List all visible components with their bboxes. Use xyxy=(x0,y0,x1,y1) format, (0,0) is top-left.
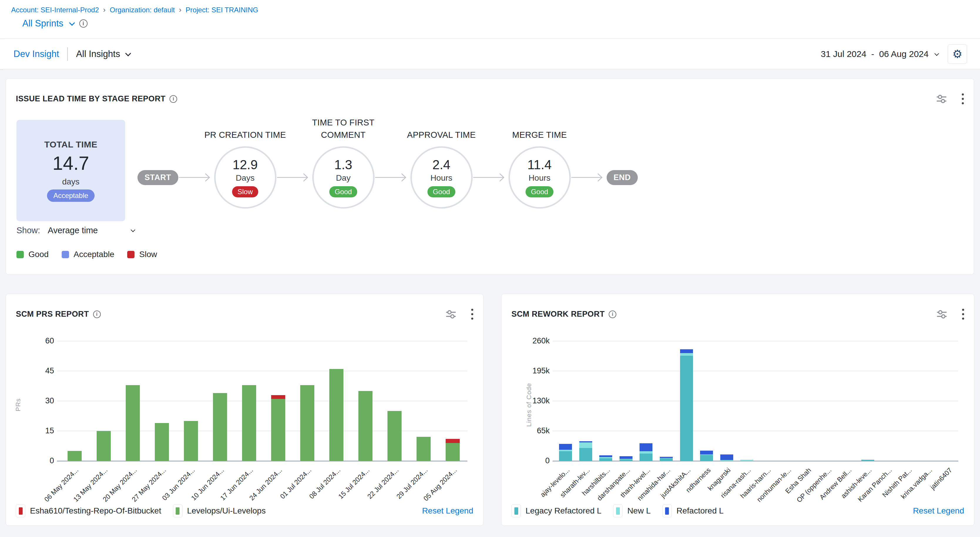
bar-segment[interactable] xyxy=(579,441,592,442)
tab-dev-insight[interactable]: Dev Insight xyxy=(14,49,59,59)
bar-segment[interactable] xyxy=(680,353,693,356)
bar-segment[interactable] xyxy=(559,444,572,450)
chevron-down-icon[interactable] xyxy=(69,20,75,26)
stage-value: 12.9 xyxy=(233,157,258,172)
bar-segment[interactable] xyxy=(388,411,402,461)
legend-swatch xyxy=(511,504,521,517)
bar-segment[interactable] xyxy=(700,455,713,461)
insight-dropdown-label[interactable]: All Insights xyxy=(76,49,120,59)
bar-segment[interactable] xyxy=(640,454,652,461)
y-axis-title: Lines of Code xyxy=(525,383,533,427)
bar-segment[interactable] xyxy=(213,393,227,461)
legend-item-good[interactable]: Good xyxy=(16,250,49,259)
bar-segment[interactable] xyxy=(68,451,82,461)
bar-segment[interactable] xyxy=(445,439,460,443)
kebab-menu-button[interactable] xyxy=(470,308,474,321)
scm-prs-panel: SCM PRS REPORT i 015304560PRs06 May 2024… xyxy=(6,294,484,526)
chevron-down-icon[interactable] xyxy=(125,51,131,56)
settings-button[interactable]: ⚙ xyxy=(948,44,967,64)
bar-segment[interactable] xyxy=(559,451,572,461)
bar-segment[interactable] xyxy=(620,459,633,461)
bar-segment[interactable] xyxy=(579,442,592,448)
legend-item[interactable]: Legacy Refactored L xyxy=(511,504,601,517)
stage-flow: START PR CREATION TIME12.9DaysSlowTIME T… xyxy=(137,146,638,208)
bar-segment[interactable] xyxy=(640,451,652,454)
breadcrumb-item[interactable]: Project: SEI TRAINING xyxy=(186,6,259,14)
bar-segment[interactable] xyxy=(559,450,572,451)
insight-dropdown[interactable]: All Insights xyxy=(76,49,130,59)
bar-segment[interactable] xyxy=(155,423,169,461)
reset-legend-link[interactable]: Reset Legend xyxy=(913,506,964,516)
info-icon[interactable]: i xyxy=(93,310,101,318)
legend-item[interactable]: Refactored L xyxy=(662,504,724,517)
show-value[interactable]: Average time xyxy=(48,226,98,235)
stage-time-to-first-comment[interactable]: TIME TO FIRST COMMENT1.3DayGood xyxy=(312,146,375,208)
bar-segment[interactable] xyxy=(599,455,612,457)
info-icon[interactable]: i xyxy=(79,19,88,28)
stage-circle[interactable]: 1.3DayGood xyxy=(312,146,375,208)
kebab-menu-button[interactable] xyxy=(961,308,965,321)
stage-value: 2.4 xyxy=(433,157,450,172)
bar-segment[interactable] xyxy=(620,456,633,459)
bar-segment[interactable] xyxy=(680,349,693,353)
stage-circle[interactable]: 12.9DaysSlow xyxy=(214,146,277,208)
bar-segment[interactable] xyxy=(271,399,285,461)
widget-filters-button[interactable] xyxy=(935,93,948,105)
bar-segment[interactable] xyxy=(720,454,733,460)
bar-segment[interactable] xyxy=(417,437,431,461)
chevron-down-icon[interactable] xyxy=(131,228,135,232)
stage-value: 1.3 xyxy=(334,157,352,172)
bar-segment[interactable] xyxy=(300,385,314,461)
sprint-selector[interactable]: All Sprints i xyxy=(22,18,88,29)
bar-segment[interactable] xyxy=(680,356,693,461)
bar-segment[interactable] xyxy=(740,460,753,461)
bar-segment[interactable] xyxy=(640,443,652,451)
flow-arrow xyxy=(571,172,607,183)
bar-segment[interactable] xyxy=(579,448,592,461)
panel-title: SCM REWORK REPORT i xyxy=(511,310,616,319)
date-range-picker[interactable]: 31 Jul 2024 - 06 Aug 2024 xyxy=(821,49,938,59)
bar-segment[interactable] xyxy=(271,395,285,399)
info-icon[interactable]: i xyxy=(609,310,616,318)
stage-pr-creation-time[interactable]: PR CREATION TIME12.9DaysSlow xyxy=(214,146,277,208)
breadcrumb-item[interactable]: Account: SEI-Internal-Prod2 xyxy=(11,6,99,14)
widget-filters-button[interactable] xyxy=(935,308,948,321)
widget-filters-button[interactable] xyxy=(445,308,457,321)
chevron-down-icon[interactable] xyxy=(934,51,939,56)
bar-segment[interactable] xyxy=(861,460,874,461)
bar-segment[interactable] xyxy=(599,458,612,461)
bar-segment[interactable] xyxy=(660,458,673,461)
bar-segment[interactable] xyxy=(329,369,344,461)
legend-item[interactable]: New L xyxy=(613,504,651,517)
gridline xyxy=(552,401,958,401)
panel-title-text: SCM PRS REPORT xyxy=(16,310,89,319)
date-range-label[interactable]: 31 Jul 2024 - 06 Aug 2024 xyxy=(821,49,929,59)
bar-segment[interactable] xyxy=(358,391,372,461)
legend-item-slow[interactable]: Slow xyxy=(127,250,157,259)
reset-legend-link[interactable]: Reset Legend xyxy=(422,506,473,516)
panel-title-text: ISSUE LEAD TIME BY STAGE REPORT xyxy=(16,94,165,103)
stage-circle[interactable]: 2.4HoursGood xyxy=(410,146,473,208)
gridline xyxy=(552,371,958,371)
stage-circle[interactable]: 11.4HoursGood xyxy=(509,146,571,208)
stage-approval-time[interactable]: APPROVAL TIME2.4HoursGood xyxy=(410,146,473,208)
bar-segment[interactable] xyxy=(700,451,713,454)
bar-segment[interactable] xyxy=(97,431,111,461)
legend-item[interactable]: Esha610/Testing-Repo-Of-Bitbucket xyxy=(16,504,161,517)
show-dropdown[interactable]: Show: Average time xyxy=(16,226,134,235)
sprint-selector-label[interactable]: All Sprints xyxy=(22,18,64,29)
stage-merge-time[interactable]: MERGE TIME11.4HoursGood xyxy=(509,146,571,208)
bar-segment[interactable] xyxy=(126,385,140,461)
bar-segment[interactable] xyxy=(184,421,198,461)
legend-item-acceptable[interactable]: Acceptable xyxy=(62,250,115,259)
stage-title: TIME TO FIRST COMMENT xyxy=(291,114,396,141)
bar-segment[interactable] xyxy=(445,443,460,461)
bar-segment[interactable] xyxy=(660,457,673,458)
bar-segment[interactable] xyxy=(242,385,256,461)
insight-header: Dev Insight All Insights 31 Jul 2024 - 0… xyxy=(0,39,980,69)
info-icon[interactable]: i xyxy=(170,95,177,103)
kebab-menu-button[interactable] xyxy=(961,92,965,105)
breadcrumb-item[interactable]: Organization: default xyxy=(110,6,175,14)
top-header: Account: SEI-Internal-Prod2›Organization… xyxy=(0,0,980,39)
legend-item[interactable]: Levelops/Ui-Levelops xyxy=(173,504,266,517)
